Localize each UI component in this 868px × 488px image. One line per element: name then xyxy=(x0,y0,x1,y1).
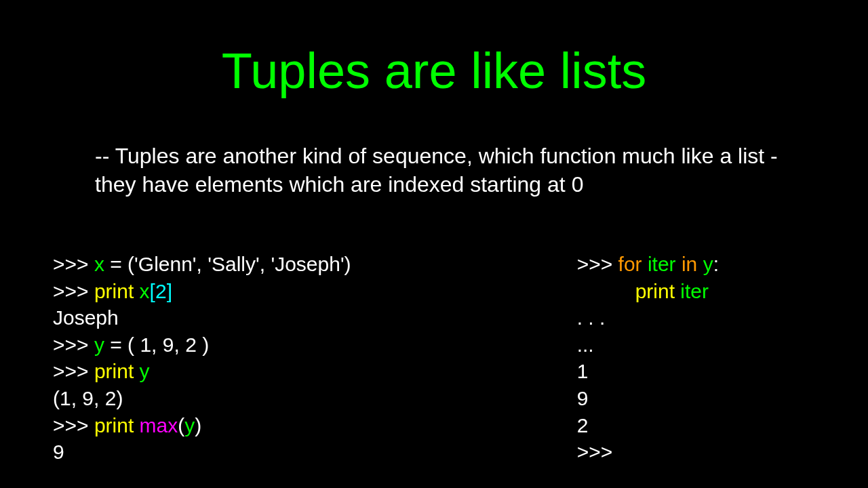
colon: : xyxy=(713,253,719,275)
code-line: >>> y = ( 1, 9, 2 ) xyxy=(53,331,351,359)
code-text: = ( 1, 9, 2 ) xyxy=(104,333,209,356)
code-columns: >>> x = ('Glenn', 'Sally', 'Joseph') >>>… xyxy=(53,251,827,466)
paren: ( xyxy=(178,414,184,436)
prompt: >>> xyxy=(53,360,94,382)
code-output: 9 xyxy=(53,439,351,466)
code-output: 2 xyxy=(577,412,719,439)
code-output: 1 xyxy=(577,358,719,385)
var-x: x xyxy=(94,253,104,275)
code-output: Joseph xyxy=(53,304,351,331)
var-y: y xyxy=(184,414,195,436)
space xyxy=(676,253,682,275)
space xyxy=(134,360,139,382)
var-iter: iter xyxy=(680,280,709,302)
func-max: max xyxy=(140,414,178,436)
prompt: >>> xyxy=(577,253,618,275)
code-line: >>> for iter in y: xyxy=(577,251,719,278)
space xyxy=(134,414,139,436)
slide-title: Tuples are like lists xyxy=(0,0,868,100)
code-line: >>> print y xyxy=(53,358,351,385)
prompt: >>> xyxy=(577,439,719,466)
space xyxy=(134,280,139,302)
code-line: >>> print max(y) xyxy=(53,412,351,439)
code-continuation: ... xyxy=(577,331,719,359)
space xyxy=(697,253,703,275)
paren: ) xyxy=(195,414,201,436)
space xyxy=(642,253,648,275)
code-left-column: >>> x = ('Glenn', 'Sally', 'Joseph') >>>… xyxy=(53,251,351,466)
keyword-for: for xyxy=(618,253,642,275)
prompt: >>> xyxy=(53,333,94,356)
code-text: = ('Glenn', 'Sally', 'Joseph') xyxy=(104,253,351,275)
slide-body-text: -- Tuples are another kind of sequence, … xyxy=(95,142,800,199)
prompt: >>> xyxy=(53,414,94,436)
code-line: >>> x = ('Glenn', 'Sally', 'Joseph') xyxy=(53,251,351,278)
var-y: y xyxy=(140,360,150,382)
keyword-print: print xyxy=(94,280,134,302)
keyword-print: print xyxy=(94,360,134,382)
keyword-in: in xyxy=(682,253,697,275)
code-right-column: >>> for iter in y: print iter . . . ... … xyxy=(577,251,827,466)
var-y: y xyxy=(703,253,713,275)
code-output: (1, 9, 2) xyxy=(53,385,351,412)
code-output: 9 xyxy=(577,385,719,412)
code-continuation: . . . xyxy=(577,304,719,331)
code-line: print iter xyxy=(577,278,719,305)
keyword-print: print xyxy=(635,280,675,302)
slide: Tuples are like lists -- Tuples are anot… xyxy=(0,0,868,488)
index-bracket: [2] xyxy=(150,280,172,302)
var-iter: iter xyxy=(648,253,676,275)
var-x: x xyxy=(140,280,150,302)
keyword-print: print xyxy=(94,414,134,436)
var-y: y xyxy=(94,333,104,356)
prompt: >>> xyxy=(53,253,94,275)
code-line: >>> print x[2] xyxy=(53,278,351,305)
prompt: >>> xyxy=(53,280,94,302)
